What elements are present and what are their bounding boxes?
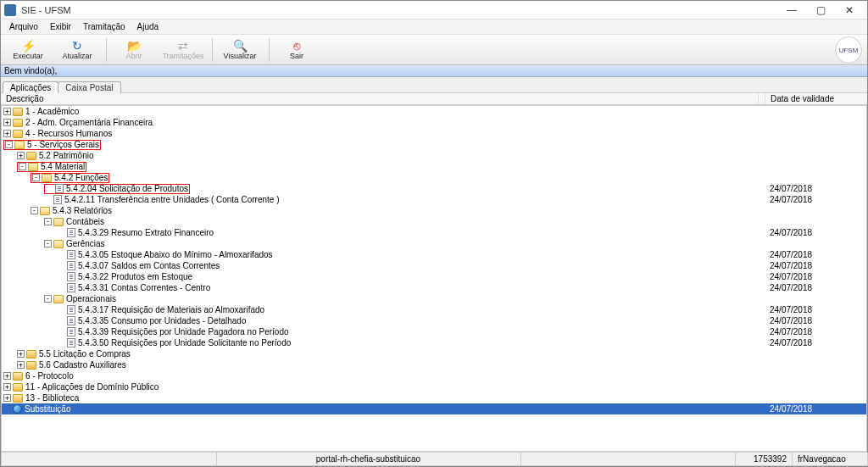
- tramitacoes-label: Tramitações: [162, 52, 203, 60]
- tree-node-contas-centro[interactable]: 5.4.3.31 Contas Correntes - Centro24/07/…: [2, 282, 866, 293]
- collapse-icon[interactable]: -: [19, 163, 26, 170]
- document-icon: [67, 261, 75, 270]
- tree-node-substituicao[interactable]: Substituição24/07/2018: [2, 403, 866, 414]
- folder-open-icon: [53, 218, 64, 226]
- folder-icon: [13, 372, 23, 381]
- close-button[interactable]: ✕: [835, 3, 864, 18]
- statusbar: portal-rh-chefia-substituicao 1753392 fr…: [1, 452, 867, 466]
- folder-icon: [13, 130, 23, 138]
- menu-ajuda[interactable]: Ajuda: [132, 21, 164, 32]
- tree-node-req-solicitante[interactable]: 5.4.3.50 Requisições por Unidade Solicit…: [2, 337, 866, 348]
- document-icon: [67, 283, 75, 292]
- visualizar-button[interactable]: 🔍 Visualizar: [216, 36, 264, 64]
- collapse-icon[interactable]: -: [44, 218, 52, 225]
- expand-icon[interactable]: +: [3, 108, 11, 115]
- document-icon: [67, 327, 75, 336]
- tree-node-contabeis[interactable]: -Contábeis: [2, 216, 866, 227]
- expand-icon[interactable]: +: [3, 130, 11, 137]
- tree-node-protocolo[interactable]: +6 - Protocolo: [2, 370, 866, 381]
- menubar: Arquivo Exibir Tramitação Ajuda: [1, 19, 867, 35]
- status-left: [1, 453, 217, 466]
- collapse-icon[interactable]: -: [5, 141, 13, 148]
- folder-icon: [26, 350, 36, 359]
- abrir-label: Abrir: [125, 52, 142, 60]
- col-descricao[interactable]: Descrição: [1, 93, 759, 104]
- collapse-icon[interactable]: -: [44, 295, 52, 303]
- folder-icon: [13, 383, 23, 392]
- folder-open-icon: [53, 295, 64, 303]
- menu-tramitacao[interactable]: Tramitação: [78, 21, 131, 32]
- tree-node-solicitacao-produtos[interactable]: 5.4.2.04 Solicitação de Produtos24/07/20…: [2, 183, 866, 194]
- col-data-validade[interactable]: Data de validade: [765, 93, 867, 104]
- refresh-icon: ↻: [72, 40, 82, 52]
- collapse-icon[interactable]: -: [44, 240, 52, 247]
- document-icon: [67, 316, 75, 325]
- folder-icon: [13, 394, 23, 403]
- maximize-button[interactable]: ▢: [806, 3, 835, 18]
- tree-node-dominio-publico[interactable]: +11 - Aplicações de Domínio Público: [2, 381, 866, 392]
- expand-icon[interactable]: +: [3, 394, 11, 402]
- tree-view[interactable]: +1 - Acadêmico +2 - Adm. Orçamentária Fi…: [1, 105, 867, 452]
- document-icon: [67, 250, 75, 259]
- tree-node-licitacao[interactable]: +5.5 Licitação e Compras: [2, 348, 866, 359]
- minimize-button[interactable]: —: [777, 3, 806, 18]
- tree-node-requisicao-materiais[interactable]: 5.4.3.17 Requisição de Materiais ao Almo…: [2, 304, 866, 315]
- menu-arquivo[interactable]: Arquivo: [4, 21, 43, 32]
- tab-aplicacoes[interactable]: Aplicações: [3, 81, 58, 93]
- globe-icon: [13, 404, 22, 414]
- status-form: frNavegacao: [792, 453, 868, 466]
- tree-node-material[interactable]: -5.4 Material: [2, 161, 866, 172]
- tree-node-academico[interactable]: +1 - Acadêmico: [2, 106, 866, 117]
- folder-open-icon: [28, 163, 38, 171]
- collapse-icon[interactable]: -: [32, 174, 40, 181]
- window-title: SIE - UFSM: [21, 5, 777, 15]
- tree-node-resumo-extrato[interactable]: 5.4.3.29 Resumo Extrato Financeiro24/07/…: [2, 227, 866, 238]
- document-icon: [67, 228, 75, 237]
- toolbar-separator: [269, 38, 270, 62]
- tree-node-consumo-unidades[interactable]: 5.4.3.35 Consumo por Unidades - Detalhad…: [2, 315, 866, 326]
- col-resize-handle[interactable]: [759, 93, 765, 104]
- tree-node-gerenciais[interactable]: -Gerências: [2, 238, 866, 249]
- tree-node-rh[interactable]: +4 - Recursos Humanos: [2, 128, 866, 139]
- sair-button[interactable]: ⎋ Sair: [273, 36, 320, 64]
- folder-icon: [13, 119, 23, 127]
- executar-button[interactable]: ⚡ Executar: [4, 36, 52, 64]
- expand-icon[interactable]: +: [17, 350, 25, 358]
- atualizar-button[interactable]: ↻ Atualizar: [53, 36, 101, 64]
- atualizar-label: Atualizar: [62, 52, 92, 60]
- tree-node-transferencia-unidades[interactable]: 5.4.2.11 Transferência entre Unidades ( …: [2, 194, 866, 205]
- folder-open-icon: [42, 174, 52, 182]
- app-window: SIE - UFSM — ▢ ✕ Arquivo Exibir Tramitaç…: [0, 0, 868, 467]
- flow-icon: ⇄: [178, 40, 188, 52]
- expand-icon[interactable]: +: [3, 119, 11, 126]
- folder-open-icon: [53, 240, 64, 248]
- expand-icon[interactable]: +: [17, 361, 25, 369]
- collapse-icon[interactable]: -: [31, 207, 38, 214]
- expand-icon[interactable]: +: [3, 383, 11, 391]
- tree-node-req-pagadora[interactable]: 5.4.3.39 Requisições por Unidade Pagador…: [2, 326, 866, 337]
- tree-node-produtos-estoque[interactable]: 5.4.3.22 Produtos em Estoque24/07/2018: [2, 271, 866, 282]
- tree-node-adm-orcamentaria[interactable]: +2 - Adm. Orçamentária Financeira: [2, 117, 866, 128]
- tabs: Aplicações Caixa Postal: [1, 77, 867, 92]
- tree-node-operacionais[interactable]: -Operacionais: [2, 293, 866, 304]
- document-icon: [67, 338, 75, 347]
- tree-node-servicos-gerais[interactable]: -5 - Serviços Gerais: [2, 139, 866, 150]
- toolbar: ⚡ Executar ↻ Atualizar 📂 Abrir ⇄ Tramita…: [1, 35, 867, 65]
- tree-node-funcoes[interactable]: -5.4.2 Funções: [2, 172, 866, 183]
- expand-icon[interactable]: +: [3, 372, 11, 380]
- status-center: portal-rh-chefia-substituicao: [216, 453, 521, 466]
- document-icon: [67, 305, 75, 314]
- tree-node-biblioteca[interactable]: +13 - Biblioteca: [2, 392, 866, 403]
- folder-icon: [13, 108, 23, 116]
- tree-node-patrimonio[interactable]: +5.2 Patrimônio: [2, 150, 866, 161]
- expand-icon[interactable]: +: [17, 152, 25, 159]
- folder-icon: [26, 152, 36, 160]
- document-icon: [67, 272, 75, 281]
- tree-node-relatorios[interactable]: -5.4.3 Relatórios: [2, 205, 866, 216]
- menu-exibir[interactable]: Exibir: [45, 21, 76, 32]
- tree-node-cadastro-aux[interactable]: +5.6 Cadastro Auxiliares: [2, 359, 866, 370]
- tree-node-estoque-minimo[interactable]: 5.4.3.05 Estoque Abaixo do Mínimo - Almo…: [2, 249, 866, 260]
- tree-node-saldos-contas[interactable]: 5.4.3.07 Saldos em Contas Correntes24/07…: [2, 260, 866, 271]
- document-icon: [53, 195, 62, 204]
- tab-caixa-postal[interactable]: Caixa Postal: [58, 81, 120, 93]
